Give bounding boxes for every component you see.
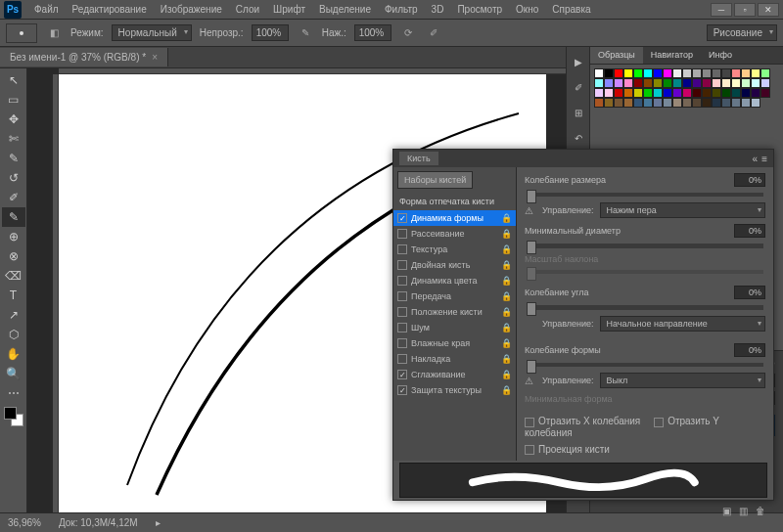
panel-menu-icon[interactable]: ≡ [761,154,767,164]
menu-Шрифт[interactable]: Шрифт [266,1,312,18]
tool-12[interactable]: ↗ [2,305,25,325]
brush-setting-row[interactable]: Динамика цвета🔒 [393,273,516,288]
swatch[interactable] [682,78,692,88]
swatch[interactable] [653,78,663,88]
tab-swatches[interactable]: Образцы [590,47,643,64]
trash-icon[interactable]: 🗑 [756,506,765,516]
swatch[interactable] [604,68,614,78]
menu-3D[interactable]: 3D [425,1,451,18]
tool-13[interactable]: ⬡ [2,325,25,344]
swatch[interactable] [604,88,614,98]
checkbox[interactable] [397,370,407,379]
size-jitter-value[interactable]: 0% [734,173,765,187]
swatch[interactable] [741,68,751,78]
brush-panel-tab[interactable]: Кисть [399,152,438,165]
lock-icon[interactable]: 🔒 [501,385,512,395]
checkbox[interactable] [397,323,407,332]
swatch[interactable] [751,68,760,78]
brush-setting-row[interactable]: Текстура🔒 [393,242,516,257]
play-icon[interactable]: ▶ [570,53,587,70]
swatch[interactable] [663,88,672,98]
swatch[interactable] [623,88,633,98]
swatch[interactable] [623,78,633,88]
tool-15[interactable]: 🔍 [2,364,25,383]
brush-setting-row[interactable]: Положение кисти🔒 [393,304,516,320]
swatch[interactable] [633,78,643,88]
tablet-size-icon[interactable]: ✐ [425,24,442,42]
swatch[interactable] [712,98,721,108]
brush-toggle-icon[interactable]: ◧ [45,24,63,42]
close-button[interactable]: ✕ [758,3,779,17]
swatch[interactable] [692,98,702,108]
tool-5[interactable]: ↺ [2,168,25,188]
tab-navigator[interactable]: Навигатор [643,47,701,64]
lock-icon[interactable]: 🔒 [501,213,512,223]
swatch[interactable] [692,68,702,78]
mode-dropdown[interactable]: Нормальный [112,24,192,41]
swatch[interactable] [741,98,751,108]
panel-collapse-icon[interactable]: « [753,154,759,164]
swatch[interactable] [741,88,751,98]
lock-icon[interactable]: 🔒 [501,244,512,254]
tool-2[interactable]: ✥ [2,110,25,129]
tool-14[interactable]: ✋ [2,344,25,364]
menu-Выделение[interactable]: Выделение [312,1,378,18]
swatch[interactable] [614,68,623,78]
swatch[interactable] [672,78,682,88]
swatch[interactable] [751,98,760,108]
swatch[interactable] [702,88,712,98]
checkbox[interactable] [397,385,407,395]
brush-icon[interactable]: ✐ [570,78,587,96]
clone-icon[interactable]: ⊞ [570,104,587,121]
new-preset-icon[interactable]: ▣ [722,506,731,516]
swatch[interactable] [643,88,653,98]
tool-8[interactable]: ⊕ [2,227,25,246]
swatch[interactable] [751,78,760,88]
maximize-button[interactable]: ▫ [734,3,756,17]
swatch[interactable] [614,98,623,108]
swatch[interactable] [663,68,672,78]
lock-icon[interactable]: 🔒 [501,260,512,270]
minimize-button[interactable]: ─ [711,3,732,17]
swatch[interactable] [594,68,604,78]
swatch[interactable] [594,98,604,108]
swatch[interactable] [702,98,712,108]
swatch[interactable] [633,88,643,98]
history-icon[interactable]: ↶ [570,129,587,147]
checkbox[interactable] [397,213,407,223]
brush-setting-row[interactable]: Рассеивание🔒 [393,226,516,242]
checkbox[interactable] [397,338,407,348]
swatch[interactable] [712,78,721,88]
tool-10[interactable]: ⌫ [2,266,25,286]
swatch[interactable] [721,88,731,98]
brush-tip-shape-label[interactable]: Форма отпечатка кисти [393,193,516,210]
swatch[interactable] [623,68,633,78]
swatch[interactable] [614,78,623,88]
min-diameter-slider[interactable] [527,244,763,247]
swatch[interactable] [653,68,663,78]
swatch[interactable] [643,98,653,108]
angle-jitter-value[interactable]: 0% [734,286,765,299]
checkbox[interactable] [397,307,407,317]
airbrush-icon[interactable]: ⟳ [399,24,417,42]
angle-jitter-slider[interactable] [527,305,763,309]
brush-preview-icon[interactable] [6,23,37,43]
swatch[interactable] [653,88,663,98]
zoom-level[interactable]: 36,96% [8,517,41,528]
swatch[interactable] [663,78,672,88]
swatch[interactable] [712,68,721,78]
checkbox[interactable] [397,291,407,301]
lock-icon[interactable]: 🔒 [501,354,512,364]
size-control-dropdown[interactable]: Нажим пера [600,202,765,218]
lock-icon[interactable]: 🔒 [501,307,512,317]
swatch[interactable] [594,78,604,88]
brush-setting-row[interactable]: Двойная кисть🔒 [393,257,516,273]
swatch[interactable] [702,78,712,88]
tool-11[interactable]: T [2,286,25,305]
swatch[interactable] [633,68,643,78]
angle-control-dropdown[interactable]: Начальное направление [600,316,765,332]
brush-setting-row[interactable]: Влажные края🔒 [393,335,516,351]
flip-x-checkbox[interactable] [525,418,534,427]
tool-6[interactable]: ✐ [2,188,25,207]
swatch[interactable] [721,68,731,78]
